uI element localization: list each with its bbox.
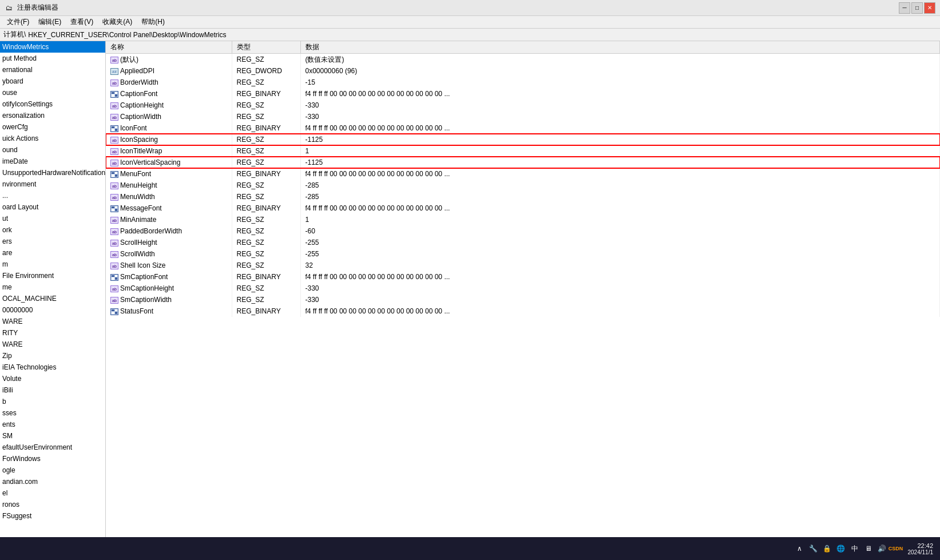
sidebar-item-29[interactable]: iEIA Technologies bbox=[0, 362, 105, 373]
reg-type: REG_SZ bbox=[232, 294, 300, 305]
table-row[interactable]: abScrollWidthREG_SZ-255 bbox=[106, 248, 940, 260]
sidebar-item-20[interactable]: File Environment bbox=[0, 270, 105, 281]
sidebar-item-38[interactable]: ogle bbox=[0, 464, 105, 476]
taskbar-system-icons: ∧ 🔧 🔒 🌐 中 🖥 🔊 CSDN bbox=[795, 543, 901, 554]
sidebar-item-40[interactable]: el bbox=[0, 487, 105, 499]
table-row[interactable]: abShell Icon SizeREG_SZ32 bbox=[106, 260, 940, 271]
time-display: 22:42 bbox=[908, 542, 934, 549]
sidebar-item-18[interactable]: are bbox=[0, 247, 105, 259]
menu-edit[interactable]: 编辑(E) bbox=[34, 16, 66, 28]
sidebar-item-13[interactable]: ... bbox=[0, 190, 105, 201]
reg-type: REG_BINARY bbox=[232, 271, 300, 283]
table-row[interactable]: CaptionFontREG_BINARYf4 ff ff ff 00 00 0… bbox=[106, 88, 940, 100]
reg-type: REG_SZ bbox=[232, 260, 300, 271]
sidebar-item-30[interactable]: Volute bbox=[0, 373, 105, 384]
window-controls: ─ □ ✕ bbox=[899, 2, 935, 14]
sidebar-item-6[interactable]: ersonalization bbox=[0, 110, 105, 121]
sidebar-item-23[interactable]: 00000000 bbox=[0, 304, 105, 316]
reg-data: f4 ff ff ff 00 00 00 00 00 00 00 00 00 0… bbox=[300, 271, 940, 283]
sidebar-item-19[interactable]: m bbox=[0, 259, 105, 270]
reg-name: abPaddedBorderWidth bbox=[106, 225, 232, 237]
reg-name: IconFont bbox=[106, 122, 232, 134]
sidebar-item-31[interactable]: iBili bbox=[0, 384, 105, 396]
taskbar-icon-mic: 🔊 bbox=[877, 543, 887, 554]
reg-data: -255 bbox=[300, 237, 940, 248]
address-label: 计算机\ bbox=[3, 30, 26, 39]
table-row[interactable]: abScrollHeightREG_SZ-255 bbox=[106, 237, 940, 248]
table-row[interactable]: MessageFontREG_BINARYf4 ff ff ff 00 00 0… bbox=[106, 202, 940, 214]
reg-type: REG_BINARY bbox=[232, 168, 300, 180]
sidebar-item-35[interactable]: SM bbox=[0, 430, 105, 442]
col-name: 名称 bbox=[106, 41, 232, 54]
reg-name: abMinAnimate bbox=[106, 214, 232, 225]
sidebar-item-4[interactable]: ouse bbox=[0, 87, 105, 98]
reg-name: abCaptionHeight bbox=[106, 100, 232, 111]
sidebar-item-37[interactable]: ForWindows bbox=[0, 453, 105, 464]
table-row[interactable]: SmCaptionFontREG_BINARYf4 ff ff ff 00 00… bbox=[106, 271, 940, 283]
sidebar-item-34[interactable]: ents bbox=[0, 419, 105, 430]
table-row[interactable]: MenuFontREG_BINARYf4 ff ff ff 00 00 00 0… bbox=[106, 168, 940, 180]
sidebar-item-41[interactable]: ronos bbox=[0, 499, 105, 510]
table-row[interactable]: ##AppliedDPIREG_DWORD0x00000060 (96) bbox=[106, 65, 940, 77]
table-row[interactable]: StatusFontREG_BINARYf4 ff ff ff 00 00 00… bbox=[106, 305, 940, 317]
close-button[interactable]: ✕ bbox=[924, 2, 935, 14]
table-row[interactable]: abMenuHeightREG_SZ-285 bbox=[106, 180, 940, 191]
table-row[interactable]: abMenuWidthREG_SZ-285 bbox=[106, 191, 940, 202]
sidebar-item-2[interactable]: ernational bbox=[0, 64, 105, 76]
sidebar-item-16[interactable]: ork bbox=[0, 224, 105, 236]
table-row[interactable]: abPaddedBorderWidthREG_SZ-60 bbox=[106, 225, 940, 237]
table-row[interactable]: abBorderWidthREG_SZ-15 bbox=[106, 77, 940, 88]
sidebar-item-24[interactable]: WARE bbox=[0, 316, 105, 327]
sidebar-item-21[interactable]: me bbox=[0, 281, 105, 293]
table-row[interactable]: abIconVerticalSpacingREG_SZ-1125 bbox=[106, 157, 940, 168]
maximize-button[interactable]: □ bbox=[911, 2, 923, 14]
sidebar-item-15[interactable]: ut bbox=[0, 213, 105, 224]
menu-bar: 文件(F) 编辑(E) 查看(V) 收藏夹(A) 帮助(H) bbox=[0, 16, 940, 29]
menu-file[interactable]: 文件(F) bbox=[2, 16, 34, 28]
sidebar-item-42[interactable]: FSuggest bbox=[0, 510, 105, 522]
left-panel[interactable]: WindowMetricsput Methodernationalyboardo… bbox=[0, 41, 106, 547]
sidebar-item-1[interactable]: put Method bbox=[0, 53, 105, 64]
minimize-button[interactable]: ─ bbox=[899, 2, 910, 14]
table-row[interactable]: abMinAnimateREG_SZ1 bbox=[106, 214, 940, 225]
sidebar-item-3[interactable]: yboard bbox=[0, 76, 105, 87]
sidebar-item-39[interactable]: andian.com bbox=[0, 476, 105, 487]
reg-name: abScrollWidth bbox=[106, 248, 232, 260]
sidebar-item-12[interactable]: nvironment bbox=[0, 178, 105, 190]
sidebar-item-36[interactable]: efaultUserEnvironment bbox=[0, 442, 105, 453]
table-row[interactable]: ab(默认)REG_SZ(数值未设置) bbox=[106, 54, 940, 66]
table-row[interactable]: abSmCaptionHeightREG_SZ-330 bbox=[106, 283, 940, 294]
sidebar-item-14[interactable]: oard Layout bbox=[0, 201, 105, 213]
sidebar-item-33[interactable]: sses bbox=[0, 407, 105, 419]
sidebar-item-17[interactable]: ers bbox=[0, 236, 105, 247]
menu-view[interactable]: 查看(V) bbox=[66, 16, 98, 28]
sidebar-item-5[interactable]: otifyIconSettings bbox=[0, 98, 105, 110]
sidebar-item-8[interactable]: uick Actions bbox=[0, 133, 105, 144]
sidebar-item-9[interactable]: ound bbox=[0, 144, 105, 156]
table-row[interactable]: abCaptionWidthREG_SZ-330 bbox=[106, 111, 940, 122]
table-row[interactable]: abIconTitleWrapREG_SZ1 bbox=[106, 145, 940, 157]
sidebar-item-22[interactable]: OCAL_MACHINE bbox=[0, 293, 105, 304]
sidebar-item-26[interactable]: RITY bbox=[0, 327, 105, 339]
menu-help[interactable]: 帮助(H) bbox=[137, 16, 169, 28]
menu-favorites[interactable]: 收藏夹(A) bbox=[98, 16, 137, 28]
taskbar-icon-display: 🖥 bbox=[863, 543, 874, 554]
sidebar-item-0[interactable]: WindowMetrics bbox=[0, 41, 105, 53]
reg-data: f4 ff ff ff 00 00 00 00 00 00 00 00 00 0… bbox=[300, 168, 940, 180]
sidebar-item-7[interactable]: owerCfg bbox=[0, 121, 105, 133]
right-panel: 名称 类型 数据 ab(默认)REG_SZ(数值未设置)##AppliedDPI… bbox=[106, 41, 940, 547]
table-row[interactable]: abCaptionHeightREG_SZ-330 bbox=[106, 100, 940, 111]
reg-data: 1 bbox=[300, 214, 940, 225]
reg-type: REG_SZ bbox=[232, 157, 300, 168]
table-row[interactable]: abIconSpacingREG_SZ-1125 bbox=[106, 134, 940, 145]
reg-type: REG_SZ bbox=[232, 54, 300, 66]
sidebar-item-10[interactable]: imeDate bbox=[0, 156, 105, 167]
sidebar-item-11[interactable]: UnsupportedHardwareNotificationC bbox=[0, 167, 105, 178]
table-row[interactable]: abSmCaptionWidthREG_SZ-330 bbox=[106, 294, 940, 305]
taskbar-arrow-up: ∧ bbox=[795, 543, 805, 554]
table-row[interactable]: IconFontREG_BINARYf4 ff ff ff 00 00 00 0… bbox=[106, 122, 940, 134]
reg-type: REG_BINARY bbox=[232, 122, 300, 134]
sidebar-item-27[interactable]: WARE bbox=[0, 339, 105, 350]
sidebar-item-28[interactable]: Zip bbox=[0, 350, 105, 362]
sidebar-item-32[interactable]: b bbox=[0, 396, 105, 407]
